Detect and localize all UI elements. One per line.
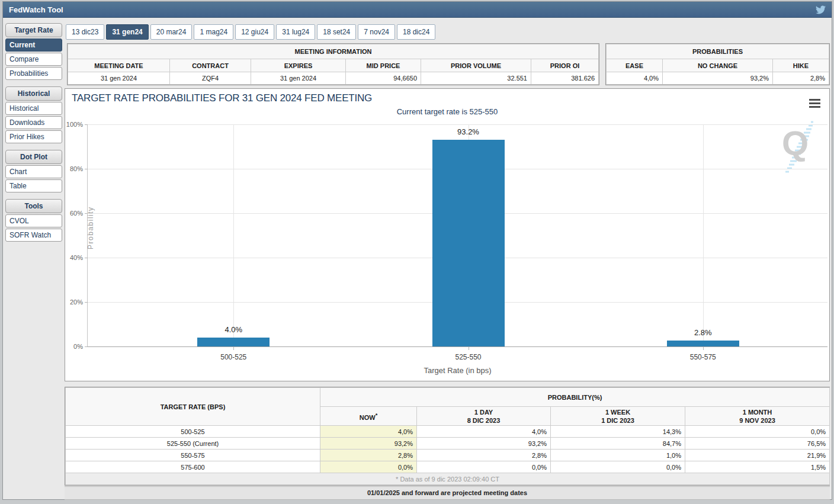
y-tick-label: 80%	[63, 165, 83, 172]
x-axis-tick	[703, 347, 704, 350]
probability-cell: 76,5%	[685, 438, 830, 450]
sidebar-item-probabilities[interactable]: Probabilities	[5, 67, 62, 80]
y-tick-label: 60%	[63, 210, 83, 217]
x-axis-tick	[469, 347, 469, 350]
x-axis-line	[88, 346, 827, 347]
bar-550-575[interactable]	[667, 341, 739, 347]
probability-cell: 84,7%	[551, 438, 685, 450]
target-rate-cell: 500-525	[66, 426, 320, 438]
twitter-icon[interactable]	[815, 5, 826, 15]
probabilities-panel: PROBABILITIES EASENO CHANGEHIKE 4,0%93,2…	[605, 43, 830, 85]
tab-12-giu24[interactable]: 12 giu24	[235, 24, 274, 40]
y-tick-label: 100%	[63, 121, 83, 128]
column-header-1-month: 1 MONTH9 NOV 2023	[685, 407, 830, 426]
probability-cell: 93,2%	[320, 438, 417, 450]
probability-cell: 0,0%	[551, 461, 685, 473]
probability-cell: 2,8%	[417, 450, 551, 461]
value-cell: 31 gen 2024	[68, 72, 170, 85]
chart-menu-icon[interactable]	[809, 99, 820, 110]
y-axis-title: Probability	[86, 206, 95, 249]
projected-dates-note: 01/01/2025 and forward are projected mee…	[65, 486, 830, 500]
meeting-date-tabs: 13 dic2331 gen2420 mar241 mag2412 giu243…	[66, 24, 435, 40]
x-tick-label: 525-550	[433, 353, 504, 361]
probability-cell: 21,9%	[685, 450, 830, 461]
table-row: 525-550 (Current)93,2%93,2%84,7%76,5%	[66, 438, 830, 450]
y-tick-label: 0%	[63, 343, 83, 350]
value-cell: 4,0%	[607, 72, 663, 85]
chart-subtitle: Current target rate is 525-550	[65, 107, 829, 116]
column-header-mid-price: MID PRICE	[346, 59, 421, 72]
column-header-contract: CONTRACT	[170, 59, 251, 72]
y-axis-tick	[85, 302, 88, 303]
value-cell: 32.551	[421, 72, 531, 85]
column-header-hike: HIKE	[773, 59, 829, 72]
probability-cell: 0,0%	[685, 426, 830, 438]
bar-chart-plot-area: Probability 0%20%40%60%80%100%4.0%500-52…	[87, 124, 827, 346]
y-gridline	[88, 124, 827, 125]
column-header-prior-volume: PRIOR VOLUME	[421, 59, 531, 72]
sidebar-item-table[interactable]: Table	[5, 179, 62, 192]
value-cell: 381.626	[531, 72, 599, 85]
target-rate-cell: 575-600	[66, 461, 320, 473]
bar-value-label: 2.8%	[668, 328, 739, 337]
sidebar-group-tools: Tools	[5, 199, 62, 213]
probability-cell: 2,8%	[320, 450, 417, 461]
tab-31-lug24[interactable]: 31 lug24	[276, 24, 315, 40]
column-header-prior-oi: PRIOR OI	[531, 59, 599, 72]
probability-cell: 1,0%	[551, 450, 685, 461]
y-axis-tick	[85, 124, 88, 125]
column-header-1-week: 1 WEEK1 DIC 2023	[551, 407, 685, 426]
sidebar-item-historical[interactable]: Historical	[5, 102, 62, 115]
table-row: 550-5752,8%2,8%1,0%21,9%	[66, 450, 830, 461]
tab-1-mag24[interactable]: 1 mag24	[194, 24, 233, 40]
probability-table-panel: TARGET RATE (BPS) PROBABILITY(%) NOW*1 D…	[65, 387, 830, 486]
target-rate-cell: 550-575	[66, 450, 320, 461]
sidebar-item-compare[interactable]: Compare	[5, 53, 62, 66]
bar-value-label: 93.2%	[433, 127, 504, 136]
sidebar-group-dot-plot: Dot Plot	[5, 150, 62, 164]
category-gridline	[233, 124, 234, 346]
column-header-1-day: 1 DAY8 DIC 2023	[417, 407, 551, 426]
tab-18-dic24[interactable]: 18 dic24	[397, 24, 435, 40]
probabilities-summary-table: PROBABILITIES EASENO CHANGEHIKE 4,0%93,2…	[606, 44, 829, 85]
table-row: 575-6000,0%0,0%0,0%1,5%	[66, 461, 830, 473]
probability-group-header: PROBABILITY(%)	[320, 388, 830, 407]
y-axis-tick	[85, 169, 88, 169]
sidebar-item-prior-hikes[interactable]: Prior Hikes	[5, 130, 62, 143]
probability-cell: 4,0%	[320, 426, 417, 438]
tab-18-set24[interactable]: 18 set24	[317, 24, 356, 40]
app-title: FedWatch Tool	[9, 5, 63, 14]
tab-31-gen24[interactable]: 31 gen24	[106, 24, 148, 40]
y-tick-label: 40%	[63, 254, 83, 261]
target-rate-cell: 525-550 (Current)	[66, 438, 320, 450]
sidebar-item-cvol[interactable]: CVOL	[5, 214, 62, 227]
value-cell: 31 gen 2024	[251, 72, 346, 85]
column-header-no-change: NO CHANGE	[663, 59, 773, 72]
data-as-of-footnote: * Data as of 9 dic 2023 02:09:40 CT	[66, 473, 830, 485]
title-bar: FedWatch Tool	[3, 2, 832, 18]
y-axis-tick	[85, 258, 88, 258]
tab-7-nov24[interactable]: 7 nov24	[358, 24, 395, 40]
chart-title: TARGET RATE PROBABILITIES FOR 31 GEN 202…	[72, 92, 372, 104]
value-cell: 93,2%	[663, 72, 773, 85]
probability-cell: 14,3%	[551, 426, 685, 438]
sidebar-item-current[interactable]: Current	[5, 38, 62, 52]
bar-500-525[interactable]	[197, 338, 270, 346]
info-row: MEETING INFORMATION MEETING DATECONTRACT…	[67, 43, 830, 85]
y-axis-tick	[85, 213, 88, 214]
y-tick-label: 20%	[63, 298, 83, 306]
probability-cell: 1,5%	[685, 461, 830, 473]
sidebar-item-downloads[interactable]: Downloads	[5, 116, 62, 129]
tab-13-dic23[interactable]: 13 dic23	[66, 24, 104, 40]
column-header-expires: EXPIRES	[251, 59, 346, 72]
probabilities-title: PROBABILITIES	[607, 44, 829, 59]
x-tick-label: 550-575	[668, 353, 739, 361]
meeting-info-panel: MEETING INFORMATION MEETING DATECONTRACT…	[67, 43, 599, 85]
chart-panel: TARGET RATE PROBABILITIES FOR 31 GEN 202…	[65, 88, 830, 381]
bar-525-550[interactable]	[432, 140, 505, 347]
tab-20-mar24[interactable]: 20 mar24	[150, 24, 193, 40]
sidebar-item-chart[interactable]: Chart	[5, 165, 62, 178]
sidebar-item-sofr-watch[interactable]: SOFR Watch	[5, 229, 62, 242]
meeting-info-table: MEETING INFORMATION MEETING DATECONTRACT…	[68, 44, 599, 85]
meeting-info-title: MEETING INFORMATION	[68, 44, 599, 59]
